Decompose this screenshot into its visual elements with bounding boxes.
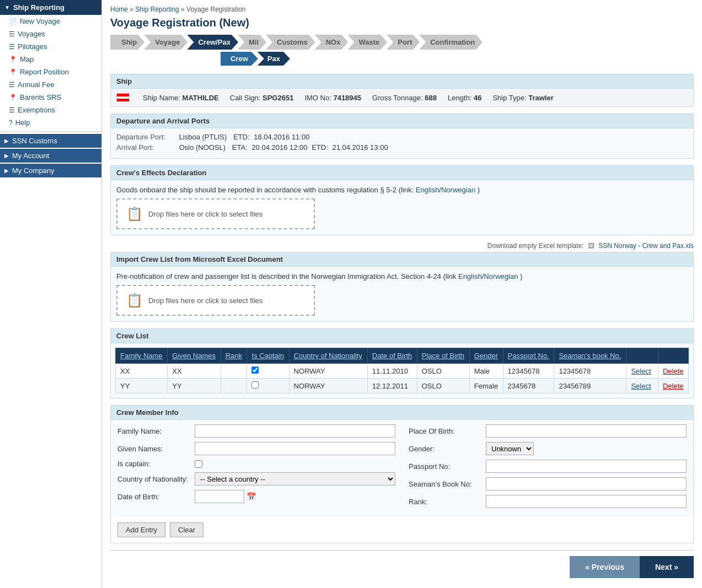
col-passport[interactable]: Passport No. (503, 348, 554, 364)
cell-delete[interactable]: Delete (658, 379, 688, 393)
breadcrumb-home[interactable]: Home (110, 6, 128, 13)
wizard-sub-crew[interactable]: Crew (221, 52, 258, 66)
effects-link-norwegian[interactable]: Norwegian (441, 186, 475, 194)
table-row: YY YY NORWAY 12.12.2011 OSLO Female 2345… (116, 379, 689, 393)
cell-passport: 12345678 (503, 364, 554, 379)
import-body: Pre-notification of crew and passenger l… (111, 267, 693, 321)
effects-dropzone[interactable]: 📋 Drop files here or click to select fil… (116, 198, 315, 229)
clear-button[interactable]: Clear (170, 522, 203, 537)
dob-label: Date of Birth: (117, 493, 195, 501)
ports-section-header: Departure and Arrival Ports (111, 114, 693, 128)
is-captain-checkbox[interactable] (195, 460, 202, 468)
sidebar-item-map[interactable]: 📍 Map (0, 53, 101, 66)
crew-table: Family Name Given Names Rank Is Captain … (115, 348, 689, 393)
sidebar-item-exemptions[interactable]: ☰ Exemptions (0, 104, 101, 116)
dob-input[interactable] (195, 490, 244, 503)
import-header: Import Crew List from Microsoft Excel Do… (111, 252, 693, 267)
ship-reporting-label: Ship Reporting (13, 3, 65, 12)
wizard-step-mil[interactable]: Mil (238, 35, 266, 50)
captain-checkbox-0[interactable] (251, 366, 259, 374)
wizard-step-confirmation[interactable]: Confirmation (419, 35, 483, 50)
effects-link-english[interactable]: English (416, 186, 440, 194)
ship-type-item: Ship Type: Trawler (492, 94, 553, 102)
wizard-step-crewpax[interactable]: Crew/Pax (187, 35, 238, 50)
sidebar-item-new-voyage[interactable]: 📄 New Voyage (0, 15, 101, 28)
delete-link[interactable]: Delete (663, 382, 684, 390)
list-icon: ☰ (9, 30, 15, 38)
col-family-name[interactable]: Family Name (116, 348, 168, 364)
sidebar-item-pilotages[interactable]: ☰ Pilotages (0, 40, 101, 53)
ports-section: Departure and Arrival Ports Departure Po… (110, 114, 694, 159)
import-link-english[interactable]: English (458, 272, 482, 280)
breadcrumb-current: Voyage Registration (186, 6, 245, 13)
pin-icon: 📍 (9, 56, 17, 63)
nationality-select[interactable]: -- Select a country -- (195, 472, 395, 485)
col-rank[interactable]: Rank (221, 348, 247, 364)
breadcrumb-ship-reporting[interactable]: Ship Reporting (135, 6, 179, 13)
cell-dob: 12.12.2011 (367, 379, 417, 393)
col-seaman-book[interactable]: Seaman's book No. (554, 348, 626, 364)
form-left: Family Name: Given Names: Is captain: Co… (111, 420, 402, 517)
captain-checkbox-1[interactable] (251, 381, 259, 389)
sidebar-item-annual-fee[interactable]: ☰ Annual Fee (0, 78, 101, 91)
cell-is-captain (247, 364, 289, 379)
passport-row: Passport No: (409, 460, 687, 473)
next-button[interactable]: Next » (640, 556, 694, 578)
import-text: Pre-notification of crew and passenger l… (116, 272, 688, 280)
sidebar-item-help[interactable]: ? Help (0, 116, 101, 129)
select-link[interactable]: Select (631, 367, 651, 375)
cell-pob: OSLO (417, 364, 469, 379)
sidebar-item-report-position[interactable]: 📍 Report Position (0, 66, 101, 78)
wizard-step-waste[interactable]: Waste (347, 35, 387, 50)
given-names-input[interactable] (195, 442, 395, 455)
previous-button[interactable]: « Previous (570, 556, 640, 578)
sidebar-item-voyages[interactable]: ☰ Voyages (0, 28, 101, 40)
cell-nationality: NORWAY (289, 379, 367, 393)
seaman-book-input[interactable] (486, 477, 687, 490)
passport-input[interactable] (486, 460, 687, 473)
my-account-section[interactable]: My Account (0, 149, 101, 163)
table-row: XX XX NORWAY 11.11.2010 OSLO Male 123456… (116, 364, 689, 379)
calendar-icon[interactable]: 📅 (246, 492, 256, 501)
wizard-sub-pax[interactable]: Pax (258, 52, 290, 66)
add-entry-button[interactable]: Add Entry (117, 522, 165, 537)
col-nationality[interactable]: Country of Nationality (289, 348, 367, 364)
col-given-names[interactable]: Given Names (168, 348, 221, 364)
crew-member-form: Crew Member Info Family Name: Given Name… (110, 405, 694, 543)
list-icon2: ☰ (9, 43, 15, 51)
flag-icon (116, 93, 130, 102)
family-name-label: Family Name: (117, 427, 195, 435)
wizard-step-port[interactable]: Port (387, 35, 420, 50)
import-section: Import Crew List from Microsoft Excel Do… (110, 252, 694, 322)
cell-select[interactable]: Select (626, 379, 658, 393)
pob-input[interactable] (486, 424, 687, 438)
ssn-customs-section[interactable]: SSN Customs (0, 134, 101, 148)
wizard-step-ship[interactable]: Ship (110, 35, 144, 50)
cell-delete[interactable]: Delete (658, 364, 688, 379)
rank-input[interactable] (486, 495, 687, 508)
gender-select[interactable]: Unknown Male Female (486, 442, 534, 455)
arrival-row: Arrival Port: Oslo (NOOSL) ETA: 20.04.20… (116, 143, 688, 152)
col-pob[interactable]: Place of Birth (417, 348, 469, 364)
cell-select[interactable]: Select (626, 364, 658, 379)
delete-link[interactable]: Delete (663, 367, 684, 375)
col-dob[interactable]: Date of Birth (367, 348, 417, 364)
import-link-norwegian[interactable]: Norwegian (484, 272, 518, 280)
import-dropzone[interactable]: 📋 Drop files here or click to select fil… (116, 285, 315, 316)
family-name-input[interactable] (195, 424, 395, 438)
col-gender[interactable]: Gender (469, 348, 503, 364)
wizard-step-nox[interactable]: NOx (315, 35, 349, 50)
wizard-step-voyage[interactable]: Voyage (144, 35, 187, 50)
select-link[interactable]: Select (631, 382, 651, 390)
ship-reporting-menu[interactable]: Ship Reporting (0, 0, 101, 15)
help-icon: ? (9, 119, 13, 127)
my-company-section[interactable]: My Company (0, 164, 101, 177)
given-names-label: Given Names: (117, 445, 195, 453)
sidebar-item-barents-srs[interactable]: 📍 Barents SRS (0, 91, 101, 104)
gender-label: Gender: (409, 445, 486, 453)
wizard-step-customs[interactable]: Customs (266, 35, 315, 50)
call-sign-item: Call Sign: SPG2651 (230, 94, 294, 102)
cell-given-names: XX (168, 364, 221, 379)
excel-download-link[interactable]: SSN Norway - Crew and Pax.xls (598, 242, 694, 250)
col-is-captain[interactable]: Is Captain (247, 348, 289, 364)
